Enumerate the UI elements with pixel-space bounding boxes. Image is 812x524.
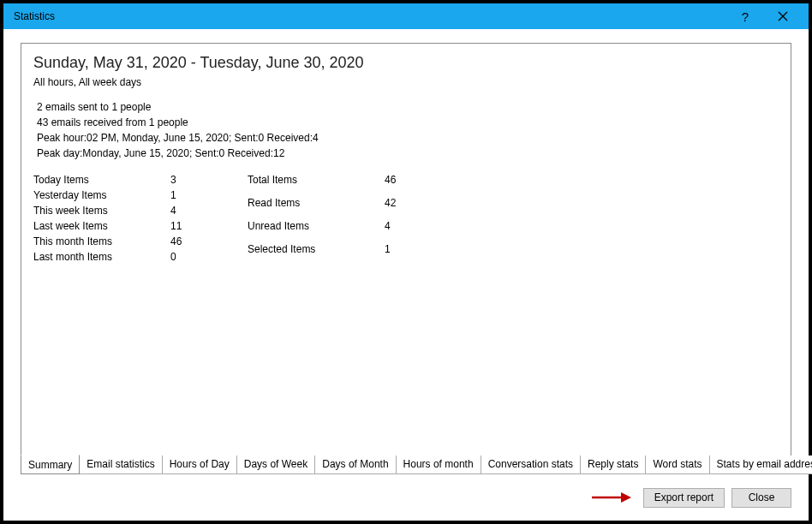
close-icon xyxy=(778,11,788,21)
window-close-button[interactable] xyxy=(764,3,802,29)
filter-line: All hours, All week days xyxy=(33,76,779,88)
stat-label: Last week Items xyxy=(33,219,170,234)
stat-label: This month Items xyxy=(33,235,170,249)
stat-value: 46 xyxy=(385,173,419,195)
stats-col-right: Total Items46Read Items42Unread Items4Se… xyxy=(248,173,419,265)
export-report-button[interactable]: Export report xyxy=(643,488,725,508)
stat-label: Read Items xyxy=(248,196,385,218)
meta-received: 43 emails received from 1 people xyxy=(37,115,779,130)
date-range-heading: Sunday, May 31, 2020 - Tuesday, June 30,… xyxy=(33,54,779,72)
stat-label: Selected Items xyxy=(248,242,385,265)
meta-peak-day: Peak day:Monday, June 15, 2020; Sent:0 R… xyxy=(37,146,779,161)
content-area: Sunday, May 31, 2020 - Tuesday, June 30,… xyxy=(3,29,809,521)
tab-stats-by-email-address[interactable]: Stats by email address xyxy=(710,456,812,474)
stat-value: 46 xyxy=(170,235,205,249)
stat-value: 3 xyxy=(170,173,205,188)
tab-hours-of-month[interactable]: Hours of month xyxy=(397,456,481,474)
stat-value: 0 xyxy=(170,250,205,265)
help-button[interactable]: ? xyxy=(726,3,764,29)
stat-value: 4 xyxy=(170,204,205,218)
stat-label: Total Items xyxy=(248,173,385,195)
stat-value: 11 xyxy=(170,219,205,234)
tab-reply-stats[interactable]: Reply stats xyxy=(581,456,646,474)
stats-col-left: Today Items3Yesterday Items1This week It… xyxy=(33,173,205,265)
bottom-bar: Export report Close xyxy=(3,474,809,521)
window-frame: Statistics ? Sunday, May 31, 2020 - Tues… xyxy=(0,0,812,524)
tab-bar: SummaryEmail statisticsHours of DayDays … xyxy=(21,456,791,474)
stat-value: 1 xyxy=(170,188,205,203)
meta-peak-hour: Peak hour:02 PM, Monday, June 15, 2020; … xyxy=(37,130,779,146)
stat-label: Yesterday Items xyxy=(33,188,170,203)
titlebar: Statistics ? xyxy=(3,3,809,29)
tab-conversation-stats[interactable]: Conversation stats xyxy=(481,456,581,474)
tab-days-of-week[interactable]: Days of Week xyxy=(237,456,315,474)
arrow-icon xyxy=(592,491,631,504)
stat-label: Today Items xyxy=(33,173,170,188)
tab-days-of-month[interactable]: Days of Month xyxy=(315,456,396,474)
summary-panel: Sunday, May 31, 2020 - Tuesday, June 30,… xyxy=(21,43,791,456)
tab-hours-of-day[interactable]: Hours of Day xyxy=(163,456,237,474)
tab-email-statistics[interactable]: Email statistics xyxy=(80,456,162,474)
stat-value: 42 xyxy=(385,196,419,218)
stat-label: This week Items xyxy=(33,204,170,218)
stat-value: 4 xyxy=(385,219,419,241)
stat-label: Last month Items xyxy=(33,250,170,265)
meta-lines: 2 emails sent to 1 people 43 emails rece… xyxy=(33,99,779,161)
svg-marker-3 xyxy=(621,492,631,503)
meta-sent: 2 emails sent to 1 people xyxy=(37,99,779,115)
close-button[interactable]: Close xyxy=(731,488,791,508)
stat-value: 1 xyxy=(385,242,419,265)
stat-label: Unread Items xyxy=(248,219,385,241)
window-title: Statistics xyxy=(14,10,726,22)
tab-word-stats[interactable]: Word stats xyxy=(646,456,709,474)
stats-grid: Today Items3Yesterday Items1This week It… xyxy=(33,173,779,265)
tab-summary[interactable]: Summary xyxy=(21,455,80,474)
